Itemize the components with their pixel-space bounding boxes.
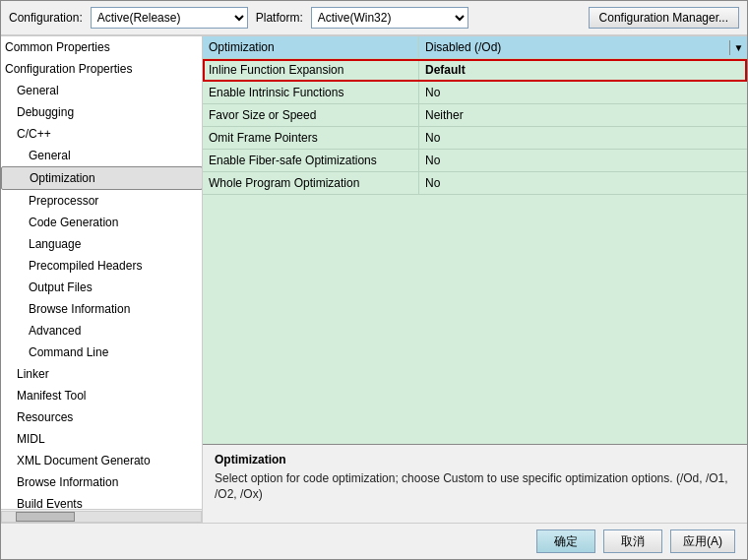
main-content: Common PropertiesConfiguration Propertie… [1,35,747,523]
tree-item-1[interactable]: Configuration Properties [1,58,203,80]
tree-item-14[interactable]: Command Line [1,342,203,363]
left-panel: Common PropertiesConfiguration Propertie… [1,36,203,509]
prop-row-6[interactable]: Whole Program OptimizationNo [203,172,747,195]
tree-item-5[interactable]: General [1,145,203,166]
tree-item-6[interactable]: Optimization [1,166,203,190]
tree-item-13[interactable]: Advanced [1,320,203,342]
bottom-bar: 确定 取消 应用(A) [1,523,747,559]
left-panel-wrapper: Common PropertiesConfiguration Propertie… [1,36,203,523]
tree-item-19[interactable]: XML Document Generato [1,450,203,471]
top-bar: Configuration: Active(Release) Platform:… [1,1,747,35]
prop-name-0: Optimization [203,36,419,58]
prop-value-0: Disabled (/Od) [419,36,729,58]
scrollbar-thumb[interactable] [16,512,75,522]
tree-item-18[interactable]: MIDL [1,428,203,450]
prop-value-1: Default [419,59,747,81]
scrollbar-track [1,511,202,523]
property-table: OptimizationDisabled (/Od)▼Inline Functi… [203,36,747,444]
prop-value-5: No [419,150,747,171]
prop-value-3: Neither [419,104,747,126]
prop-name-1: Inline Function Expansion [203,59,419,81]
prop-name-6: Whole Program Optimization [203,172,419,194]
tree-item-7[interactable]: Preprocessor [1,190,203,212]
tree-item-9[interactable]: Language [1,233,203,255]
prop-row-0[interactable]: OptimizationDisabled (/Od)▼ [203,36,747,59]
tree-item-20[interactable]: Browse Information [1,471,203,493]
prop-row-3[interactable]: Favor Size or SpeedNeither [203,104,747,127]
tree-item-0[interactable]: Common Properties [1,36,203,58]
tree-item-2[interactable]: General [1,80,203,101]
prop-row-4[interactable]: Omit Frame PointersNo [203,127,747,150]
tree-item-17[interactable]: Resources [1,406,203,428]
config-manager-button[interactable]: Configuration Manager... [589,7,739,29]
tree-item-12[interactable]: Browse Information [1,298,203,320]
horizontal-scrollbar[interactable] [1,509,202,523]
prop-row-1[interactable]: Inline Function ExpansionDefault [203,59,747,82]
platform-label: Platform: [256,11,303,25]
prop-name-5: Enable Fiber-safe Optimizations [203,150,419,171]
configuration-label: Configuration: [9,11,83,25]
description-text: Select option for code optimization; cho… [215,470,735,502]
description-title: Optimization [215,453,735,467]
dialog: Configuration: Active(Release) Platform:… [0,0,748,560]
tree-item-11[interactable]: Output Files [1,277,203,298]
prop-value-4: No [419,127,747,149]
prop-value-2: No [419,82,747,103]
right-panel: OptimizationDisabled (/Od)▼Inline Functi… [203,36,747,523]
prop-name-2: Enable Intrinsic Functions [203,82,419,103]
tree-item-4[interactable]: C/C++ [1,123,203,145]
description-panel: Optimization Select option for code opti… [203,444,747,523]
prop-name-4: Omit Frame Pointers [203,127,419,149]
dropdown-arrow-0[interactable]: ▼ [729,40,747,55]
tree-item-3[interactable]: Debugging [1,101,203,123]
apply-button[interactable]: 应用(A) [670,529,735,553]
tree-item-10[interactable]: Precompiled Headers [1,255,203,277]
tree-item-15[interactable]: Linker [1,363,203,385]
ok-button[interactable]: 确定 [536,529,595,553]
tree-item-8[interactable]: Code Generation [1,212,203,233]
prop-value-6: No [419,172,747,194]
prop-name-3: Favor Size or Speed [203,104,419,126]
platform-select[interactable]: Active(Win32) [311,7,468,29]
tree-item-16[interactable]: Manifest Tool [1,385,203,406]
tree-item-21[interactable]: Build Events [1,493,203,509]
configuration-select[interactable]: Active(Release) [91,7,248,29]
prop-row-5[interactable]: Enable Fiber-safe OptimizationsNo [203,150,747,172]
cancel-button[interactable]: 取消 [603,529,662,553]
prop-row-2[interactable]: Enable Intrinsic FunctionsNo [203,82,747,104]
